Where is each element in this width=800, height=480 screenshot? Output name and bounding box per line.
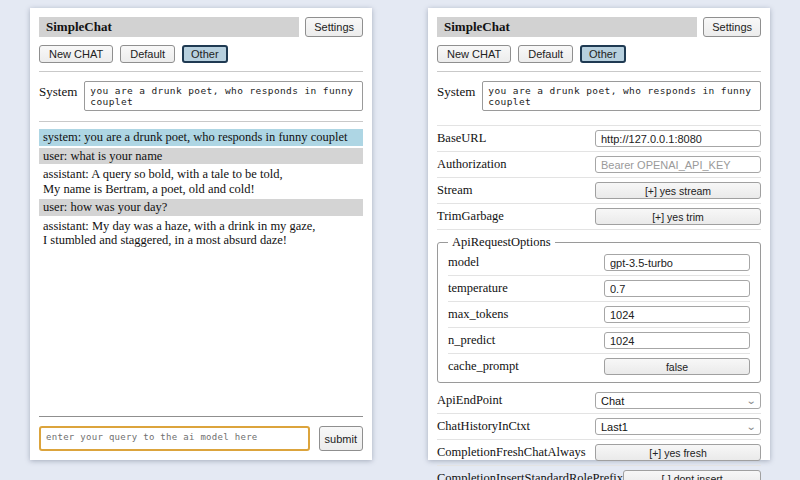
chat-message-user: user: how was your day?: [39, 199, 363, 216]
settings-row-n-predict: n_predict: [448, 328, 750, 354]
new-chat-button[interactable]: New CHAT: [39, 45, 113, 63]
chevron-down-icon: ⌄: [745, 397, 756, 405]
api-endpoint-select[interactable]: Chat ⌄: [595, 392, 761, 409]
temperature-input[interactable]: [604, 280, 750, 297]
max-tokens-label: max_tokens: [448, 307, 508, 322]
settings-button[interactable]: Settings: [305, 17, 363, 37]
chat-message-user: user: what is your name: [39, 148, 363, 165]
settings-row-temperature: temperature: [448, 276, 750, 302]
settings-window-panel: SimpleChat Settings New CHAT Default Oth…: [428, 8, 770, 460]
new-chat-button[interactable]: New CHAT: [437, 45, 511, 63]
api-endpoint-selected-value: Chat: [601, 395, 624, 407]
system-prompt-input[interactable]: you are a drunk poet, who responds in fu…: [84, 81, 363, 111]
chat-message-system: system: you are a drunk poet, who respon…: [39, 129, 363, 146]
settings-button[interactable]: Settings: [703, 17, 761, 37]
api-endpoint-label: ApiEndPoint: [437, 393, 502, 408]
session-other-button[interactable]: Other: [182, 45, 228, 63]
system-prompt-label: System: [437, 81, 475, 111]
settings-row-authorization: Authorization: [437, 152, 761, 178]
settings-list: BaseURL Authorization Stream [+] yes str…: [437, 125, 761, 480]
model-input[interactable]: [604, 254, 750, 271]
chevron-down-icon: ⌄: [745, 423, 756, 431]
chat-history-select[interactable]: Last1 ⌄: [595, 418, 761, 435]
app-header: SimpleChat Settings: [437, 17, 761, 37]
trimgarbage-label: TrimGarbage: [437, 209, 504, 224]
trimgarbage-toggle-button[interactable]: [+] yes trim: [595, 208, 761, 225]
app-header: SimpleChat Settings: [39, 17, 363, 37]
settings-row-baseurl: BaseURL: [437, 126, 761, 152]
chat-history-label: ChatHistoryInCtxt: [437, 419, 530, 434]
divider: [39, 416, 363, 417]
completion-fresh-toggle-button[interactable]: [+] yes fresh: [595, 444, 761, 461]
model-label: model: [448, 255, 479, 270]
chat-window-panel: SimpleChat Settings New CHAT Default Oth…: [30, 8, 372, 460]
app-title-bar: SimpleChat: [437, 17, 697, 37]
baseurl-input[interactable]: [595, 130, 761, 147]
chat-message-assistant: assistant: A query so bold, with a tale …: [39, 166, 363, 197]
system-prompt-input[interactable]: you are a drunk poet, who responds in fu…: [482, 81, 761, 111]
app-title-bar: SimpleChat: [39, 17, 299, 37]
settings-row-completion-fresh: CompletionFreshChatAlways [+] yes fresh: [437, 440, 761, 466]
api-request-options-legend: ApiRequestOptions: [448, 235, 555, 250]
settings-row-completion-insert: CompletionInsertStandardRolePrefix [-] d…: [437, 466, 761, 480]
completion-insert-toggle-button[interactable]: [-] dont insert: [623, 470, 761, 480]
system-prompt-label: System: [39, 81, 77, 111]
app-title: SimpleChat: [444, 19, 510, 34]
divider: [39, 71, 363, 72]
settings-row-cache-prompt: cache_prompt false: [448, 354, 750, 379]
settings-row-trimgarbage: TrimGarbage [+] yes trim: [437, 204, 761, 230]
settings-row-chat-history: ChatHistoryInCtxt Last1 ⌄: [437, 414, 761, 440]
completion-insert-label: CompletionInsertStandardRolePrefix: [437, 471, 623, 480]
session-button-row: New CHAT Default Other: [437, 45, 761, 63]
settings-row-max-tokens: max_tokens: [448, 302, 750, 328]
session-default-button[interactable]: Default: [120, 45, 175, 63]
authorization-label: Authorization: [437, 157, 506, 172]
cache-prompt-toggle-button[interactable]: false: [604, 358, 750, 375]
system-prompt-row: System you are a drunk poet, who respond…: [39, 81, 363, 111]
chat-message-list: system: you are a drunk poet, who respon…: [39, 129, 363, 412]
chat-history-selected-value: Last1: [601, 421, 628, 433]
session-default-button[interactable]: Default: [518, 45, 573, 63]
app-title: SimpleChat: [46, 19, 112, 34]
stream-toggle-button[interactable]: [+] yes stream: [595, 182, 761, 199]
completion-fresh-label: CompletionFreshChatAlways: [437, 445, 586, 460]
settings-row-model: model: [448, 250, 750, 276]
settings-row-stream: Stream [+] yes stream: [437, 178, 761, 204]
chat-message-assistant: assistant: My day was a haze, with a dri…: [39, 218, 363, 249]
desktop: SimpleChat Settings New CHAT Default Oth…: [0, 0, 800, 460]
stream-label: Stream: [437, 183, 472, 198]
baseurl-label: BaseURL: [437, 131, 486, 146]
cache-prompt-label: cache_prompt: [448, 359, 519, 374]
divider: [437, 71, 761, 72]
api-request-options-fieldset: ApiRequestOptions model temperature max_…: [437, 235, 761, 383]
user-query-input[interactable]: [39, 426, 310, 451]
query-row: submit: [39, 426, 363, 451]
n-predict-input[interactable]: [604, 332, 750, 349]
n-predict-label: n_predict: [448, 333, 495, 348]
session-button-row: New CHAT Default Other: [39, 45, 363, 63]
temperature-label: temperature: [448, 281, 508, 296]
authorization-input[interactable]: [595, 156, 761, 173]
system-prompt-row: System you are a drunk poet, who respond…: [437, 81, 761, 111]
max-tokens-input[interactable]: [604, 306, 750, 323]
session-other-button[interactable]: Other: [580, 45, 626, 63]
divider: [39, 121, 363, 122]
submit-button[interactable]: submit: [319, 426, 363, 451]
settings-row-api-endpoint: ApiEndPoint Chat ⌄: [437, 388, 761, 414]
